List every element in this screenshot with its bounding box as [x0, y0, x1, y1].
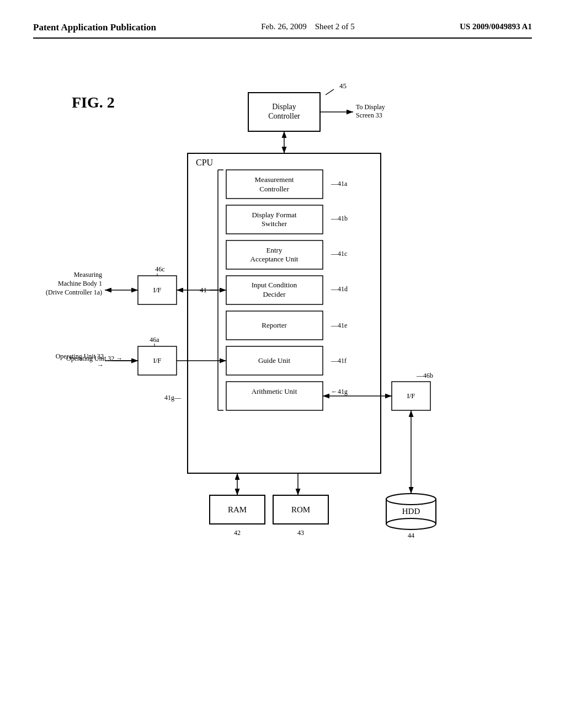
header-left: Patent Application Publication: [33, 22, 156, 33]
page: Patent Application Publication Feb. 26, …: [0, 0, 565, 728]
svg-text:—46b: —46b: [416, 372, 433, 379]
svg-text:Reporter: Reporter: [262, 321, 287, 329]
svg-text:44: 44: [408, 532, 414, 539]
svg-text:—41e: —41e: [331, 322, 347, 329]
svg-text:—41a: —41a: [331, 180, 348, 188]
svg-text:—41c: —41c: [331, 250, 347, 258]
svg-text:HDD: HDD: [402, 507, 420, 516]
svg-text:Operating Unit 32: Operating Unit 32: [56, 352, 104, 360]
svg-text:I/F: I/F: [407, 392, 415, 400]
svg-text:Switcher: Switcher: [262, 220, 287, 228]
svg-text:(Drive Controller 1a): (Drive Controller 1a): [46, 288, 102, 296]
svg-text:Acceptance Unit: Acceptance Unit: [250, 255, 299, 263]
svg-text:ROM: ROM: [291, 505, 310, 514]
header-right: US 2009/0049893 A1: [460, 22, 532, 31]
svg-text:Measuring: Measuring: [74, 271, 102, 279]
svg-text:←41g: ←41g: [331, 388, 348, 395]
svg-text:Display Format: Display Format: [252, 211, 297, 219]
svg-text:Machine Body 1: Machine Body 1: [58, 280, 102, 287]
svg-text:Guide Unit: Guide Unit: [258, 356, 291, 365]
svg-text:45: 45: [339, 82, 347, 90]
svg-rect-11: [226, 170, 323, 199]
svg-line-4: [326, 89, 334, 95]
svg-point-73: [386, 518, 436, 529]
svg-text:Display: Display: [272, 103, 296, 111]
svg-text:43: 43: [297, 529, 304, 537]
svg-rect-33: [226, 382, 323, 410]
svg-text:Measurement: Measurement: [255, 175, 294, 184]
svg-point-72: [386, 494, 436, 505]
svg-text:42: 42: [234, 529, 241, 537]
svg-text:Arithmetic Unit: Arithmetic Unit: [252, 387, 297, 395]
svg-text:Input Condition: Input Condition: [252, 281, 297, 289]
svg-text:Decider: Decider: [263, 290, 286, 298]
svg-text:Controller: Controller: [259, 185, 289, 193]
diagram-svg: Display Controller 45 To Display Screen …: [33, 72, 530, 689]
svg-text:41g—: 41g—: [164, 394, 182, 402]
svg-text:—41b: —41b: [331, 215, 348, 222]
svg-text:Controller: Controller: [268, 112, 300, 120]
svg-text:→: →: [97, 361, 104, 369]
svg-text:I/F: I/F: [153, 356, 161, 365]
svg-text:CPU: CPU: [196, 158, 214, 167]
svg-text:To Display: To Display: [356, 103, 385, 111]
svg-text:Screen 33: Screen 33: [356, 111, 382, 119]
svg-text:—41d: —41d: [331, 285, 348, 293]
svg-text:46c: 46c: [155, 265, 164, 273]
header-center: Feb. 26, 2009 Sheet 2 of 5: [261, 22, 355, 31]
svg-text:—41f: —41f: [331, 357, 347, 365]
svg-text:RAM: RAM: [228, 505, 247, 514]
page-header: Patent Application Publication Feb. 26, …: [33, 22, 532, 39]
svg-text:Entry: Entry: [266, 246, 282, 254]
svg-text:46a: 46a: [150, 336, 159, 344]
svg-text:I/F: I/F: [153, 286, 161, 294]
